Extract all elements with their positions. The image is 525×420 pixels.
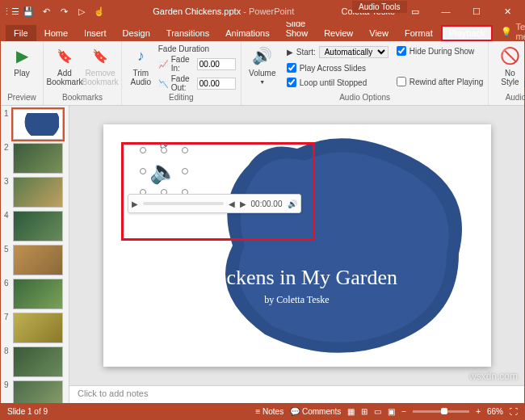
close-button[interactable]: ✕ (494, 1, 521, 22)
thumbnail-item[interactable]: 5 (4, 245, 65, 275)
thumbnail-item[interactable]: ★1 (4, 109, 65, 140)
maximize-button[interactable]: ☐ (463, 1, 490, 22)
thumbnail-preview[interactable] (13, 279, 63, 309)
no-style-icon: 🚫 (498, 44, 521, 67)
save-icon[interactable]: 💾 (22, 5, 35, 18)
slide[interactable]: Chickens in My Garden by Coletta Teske ⟳… (103, 124, 491, 367)
tab-review[interactable]: Review (316, 25, 361, 41)
zoom-level[interactable]: 66% (487, 407, 503, 416)
thumbnail-item[interactable]: 8 (4, 346, 65, 377)
thumbnail-number: 6 (4, 279, 10, 309)
view-slideshow-icon[interactable]: ▣ (388, 407, 395, 416)
status-bar: Slide 1 of 9 ≡ Notes 💬 Comments ▦ ⊞ ▭ ▣ … (1, 403, 524, 419)
filename: Garden Chickens.pptx (153, 6, 241, 16)
speaker-icon[interactable]: 🔈 (148, 155, 180, 187)
thumbnail-preview[interactable] (13, 143, 63, 174)
fade-in-field[interactable]: 📈 Fade In: (158, 55, 236, 73)
hide-checkbox[interactable]: Hide During Show (397, 46, 484, 56)
rewind-checkbox[interactable]: Rewind after Playing (397, 77, 484, 86)
fade-out-icon: 📉 (158, 79, 168, 88)
titlebar: ⋮☰ 💾 ↶ ↷ ▷ ☝ Garden Chickens.pptx - Powe… (1, 1, 524, 22)
player-volume-icon[interactable]: 🔊 (288, 200, 297, 208)
tab-view[interactable]: View (361, 25, 397, 41)
volume-button[interactable]: 🔊 Volume ▼ (246, 43, 279, 86)
view-sorter-icon[interactable]: ⊞ (361, 407, 368, 416)
player-prev-icon[interactable]: ◀ (229, 200, 235, 208)
fit-window-icon[interactable]: ⛶ (510, 407, 518, 416)
thumbnail-preview[interactable] (13, 380, 63, 403)
thumbnail-preview[interactable] (13, 245, 63, 275)
audio-object[interactable]: ⟳ 🔈 (148, 155, 180, 187)
tab-home[interactable]: Home (36, 25, 76, 41)
ribbon: ▶ Play Preview 🔖 Add Bookmark 🔖 Remove B… (1, 41, 524, 106)
add-bookmark-button[interactable]: 🔖 Add Bookmark (48, 43, 81, 88)
thumbnail-preview[interactable] (13, 177, 63, 208)
window-controls: ▭ — ☐ ✕ (401, 1, 524, 22)
fade-out-input[interactable] (197, 78, 236, 90)
redo-icon[interactable]: ↷ (57, 5, 70, 18)
notes-toggle[interactable]: ≡ Notes (255, 407, 284, 416)
chevron-down-icon: ▼ (259, 79, 265, 85)
thumbnail-number: 3 (4, 177, 10, 208)
slide-subtitle-text[interactable]: by Coletta Teske (103, 294, 491, 306)
app-menu-icon[interactable]: ⋮☰ (4, 5, 17, 18)
tab-playback[interactable]: Playback (441, 25, 494, 41)
tab-design[interactable]: Design (115, 25, 158, 41)
thumbnail-item[interactable]: 3 (4, 177, 65, 208)
tab-transitions[interactable]: Transitions (158, 25, 217, 41)
tab-insert[interactable]: Insert (76, 25, 115, 41)
thumbnail-number: 2 (4, 143, 10, 174)
loop-checkbox[interactable]: Loop until Stopped (287, 78, 388, 87)
thumbnail-number: 1 (4, 109, 10, 140)
thumbnail-item[interactable]: 4 (4, 211, 65, 242)
thumbnail-item[interactable]: 2 (4, 143, 65, 174)
volume-icon: 🔊 (251, 44, 274, 67)
player-next-icon[interactable]: ▶ (240, 200, 246, 208)
view-reading-icon[interactable]: ▭ (374, 407, 381, 416)
play-button[interactable]: ▶ Play (6, 43, 38, 79)
slide-thumbnails[interactable]: ★123456789 (1, 106, 69, 403)
thumbnail-preview[interactable] (13, 211, 63, 242)
thumbnail-item[interactable]: 9 (4, 380, 65, 403)
play-across-checkbox[interactable]: Play Across Slides (287, 63, 388, 73)
tab-animations[interactable]: Animations (217, 25, 277, 41)
slide-counter[interactable]: Slide 1 of 9 (7, 407, 48, 416)
no-style-button[interactable]: 🚫 No Style (494, 43, 525, 88)
thumbnail-item[interactable]: 7 (4, 313, 65, 343)
fade-in-icon: 📈 (158, 60, 168, 69)
player-track[interactable] (143, 202, 224, 205)
thumbnail-preview[interactable] (13, 346, 63, 377)
fade-in-input[interactable] (197, 58, 236, 70)
fade-out-field[interactable]: 📉 Fade Out: (158, 74, 236, 92)
player-play-icon[interactable]: ▶ (132, 200, 138, 208)
zoom-out-icon[interactable]: − (401, 407, 406, 416)
tab-file[interactable]: File (6, 25, 36, 41)
trim-audio-button[interactable]: ♪ Trim Audio (127, 43, 155, 88)
thumbnail-number: 4 (4, 211, 10, 242)
start-field[interactable]: ▶ Start: Automatically (287, 46, 388, 58)
zoom-in-icon[interactable]: + (476, 407, 481, 416)
touch-mode-icon[interactable]: ☝ (93, 5, 106, 18)
thumbnail-preview[interactable] (13, 109, 63, 140)
bookmark-add-icon: 🔖 (53, 44, 76, 67)
slide-canvas[interactable]: Chickens in My Garden by Coletta Teske ⟳… (69, 106, 524, 385)
notes-pane[interactable]: Click to add notes (69, 385, 524, 403)
group-bookmarks: 🔖 Add Bookmark 🔖 Remove Bookmark Bookmar… (44, 41, 122, 105)
start-show-icon[interactable]: ▷ (75, 5, 88, 18)
tab-format[interactable]: Format (397, 25, 441, 41)
zoom-slider[interactable] (413, 410, 469, 413)
player-time: 00:00.00 (251, 200, 283, 208)
thumbnail-item[interactable]: 6 (4, 279, 65, 309)
audio-player[interactable]: ▶ ◀ ▶ 00:00.00 🔊 (128, 194, 301, 213)
undo-icon[interactable]: ↶ (40, 5, 52, 18)
minimize-button[interactable]: — (432, 1, 460, 22)
contextual-tab-label: Audio Tools (352, 1, 407, 13)
comments-toggle[interactable]: 💬 Comments (290, 407, 341, 416)
start-select[interactable]: Automatically (319, 46, 388, 58)
view-normal-icon[interactable]: ▦ (347, 407, 355, 416)
slide-area: Chickens in My Garden by Coletta Teske ⟳… (69, 106, 524, 403)
thumbnail-preview[interactable] (13, 313, 63, 343)
tell-me-search[interactable]: 💡 Tell me... (501, 22, 525, 41)
slide-title-text[interactable]: Chickens in My Garden (103, 266, 491, 290)
start-icon: ▶ (287, 48, 293, 57)
